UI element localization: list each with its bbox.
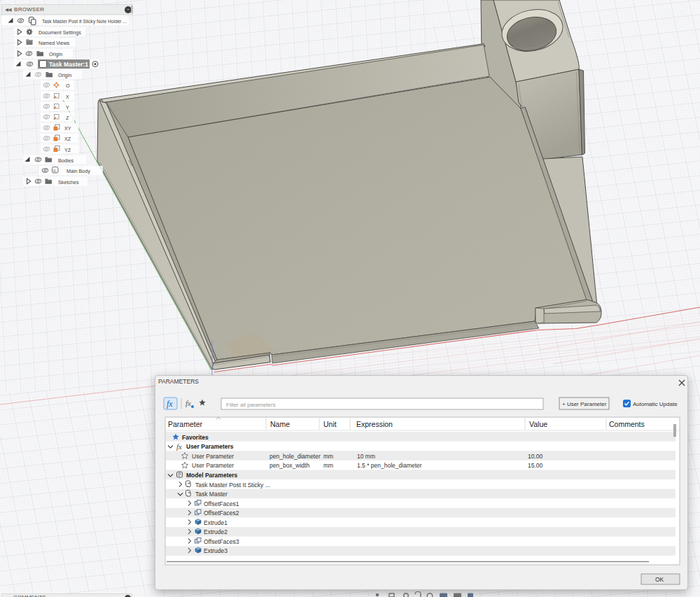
svg-text:15.00: 15.00	[528, 462, 543, 469]
svg-text:Origin: Origin	[49, 51, 62, 57]
svg-text:Filter all parameters: Filter all parameters	[226, 402, 276, 408]
svg-text:Extrude1: Extrude1	[204, 519, 227, 526]
svg-text:XY: XY	[64, 125, 71, 132]
svg-text:OffsetFaces3: OffsetFaces3	[204, 538, 239, 545]
svg-text:Task Master Post It Sticky Not: Task Master Post It Sticky Note Holder .…	[42, 18, 127, 24]
svg-text:1.5 * pen_hole_diameter: 1.5 * pen_hole_diameter	[357, 462, 422, 469]
svg-text:Task Master:1: Task Master:1	[49, 61, 88, 68]
svg-text:+ User Parameter: + User Parameter	[562, 401, 607, 407]
svg-text:Extrude3: Extrude3	[204, 547, 227, 554]
svg-text:Sketches: Sketches	[58, 179, 79, 185]
svg-text:Favorites: Favorites	[182, 434, 209, 441]
svg-text:mm: mm	[323, 462, 333, 469]
svg-text:Name: Name	[270, 420, 290, 428]
svg-text:PARAMETERS: PARAMETERS	[158, 378, 199, 385]
svg-text:Value: Value	[529, 420, 547, 428]
svg-text:10.00: 10.00	[528, 453, 543, 460]
svg-text:YZ: YZ	[64, 147, 71, 153]
svg-text:User Parameters: User Parameters	[186, 443, 234, 450]
svg-text:User Parameter: User Parameter	[192, 462, 234, 469]
svg-text:mm: mm	[323, 453, 333, 460]
svg-text:Automatic Update: Automatic Update	[633, 401, 678, 407]
svg-text:Model Parameters: Model Parameters	[186, 472, 237, 479]
svg-text:Named Views: Named Views	[38, 40, 70, 46]
svg-text:Origin: Origin	[58, 72, 71, 78]
svg-text:O: O	[66, 83, 70, 89]
svg-text:Main Body: Main Body	[66, 168, 90, 174]
svg-text:fx: fx	[167, 399, 173, 409]
svg-text:OffsetFaces2: OffsetFaces2	[204, 510, 239, 517]
svg-text:Bodies: Bodies	[58, 157, 74, 164]
svg-text:Parameter: Parameter	[168, 420, 203, 428]
svg-text:OffsetFaces1: OffsetFaces1	[204, 500, 239, 507]
svg-text:Task Master Post It Sticky ...: Task Master Post It Sticky ...	[195, 482, 270, 489]
svg-text:Comments: Comments	[609, 420, 645, 428]
svg-text:Unit: Unit	[323, 420, 337, 428]
svg-text:10 mm: 10 mm	[357, 453, 375, 460]
svg-text:fx: fx	[186, 399, 191, 407]
svg-text:Task Master: Task Master	[195, 491, 227, 498]
svg-text:pen_box_width: pen_box_width	[270, 462, 309, 469]
svg-text:Document Settings: Document Settings	[38, 29, 81, 36]
svg-text:XZ: XZ	[64, 136, 71, 142]
svg-text:X: X	[66, 94, 69, 100]
svg-text:Extrude2: Extrude2	[204, 528, 227, 535]
svg-text:fx: fx	[176, 442, 182, 451]
svg-text:User Parameter: User Parameter	[192, 453, 234, 460]
svg-text:OK: OK	[655, 576, 664, 583]
svg-text:pen_hole_diameter: pen_hole_diameter	[270, 453, 321, 460]
svg-text:Z: Z	[66, 115, 69, 121]
svg-text:Y: Y	[66, 104, 69, 111]
svg-text:Expression: Expression	[356, 420, 393, 428]
